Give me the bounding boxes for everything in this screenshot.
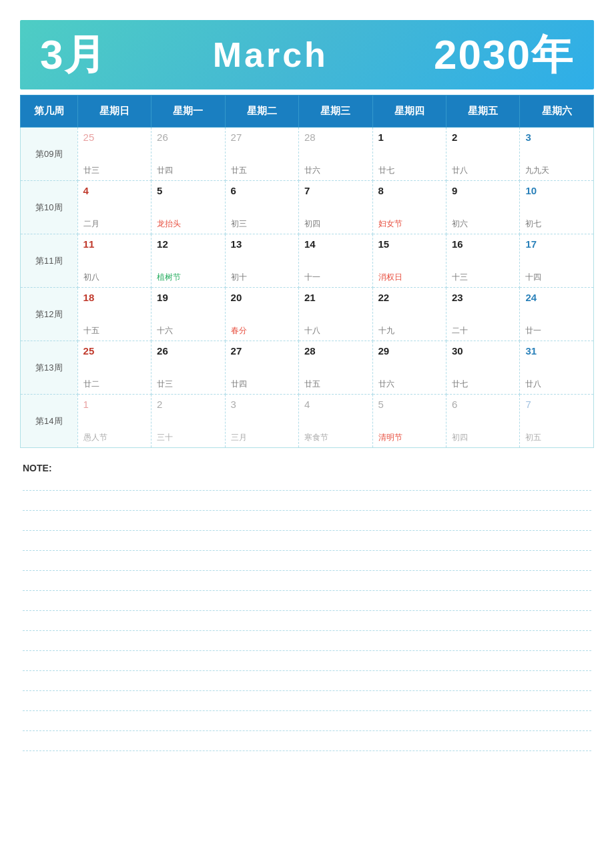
day-number: 26 bbox=[157, 132, 219, 143]
note-label: NOTE: bbox=[23, 463, 591, 473]
col-thu: 星期四 bbox=[372, 95, 446, 128]
day-number: 4 bbox=[83, 185, 145, 196]
day-number: 26 bbox=[157, 345, 219, 357]
col-week: 第几周 bbox=[21, 95, 78, 128]
day-lunar: 十四 bbox=[525, 272, 541, 283]
day-number: 27 bbox=[231, 345, 293, 357]
day-cell: 3九九天 bbox=[520, 128, 594, 181]
note-line bbox=[23, 599, 591, 611]
day-cell: 13初十 bbox=[225, 234, 298, 288]
week-num-cell: 第10周 bbox=[21, 181, 78, 234]
note-line bbox=[23, 639, 591, 651]
day-number: 25 bbox=[83, 345, 145, 357]
day-number: 23 bbox=[452, 292, 514, 303]
week-row: 第11周11初八12植树节13初十14十一15消权日16十三17十四 bbox=[21, 234, 594, 288]
day-cell: 10初七 bbox=[520, 181, 594, 234]
day-lunar: 愚人节 bbox=[83, 432, 107, 443]
calendar-header: 3月 March 2030年 bbox=[20, 20, 594, 89]
column-headers: 第几周 星期日 星期一 星期二 星期三 星期四 星期五 星期六 bbox=[21, 95, 594, 128]
day-number: 1 bbox=[83, 399, 145, 410]
day-number: 14 bbox=[304, 238, 366, 250]
day-cell: 26廿四 bbox=[151, 128, 225, 181]
day-cell: 19十六 bbox=[151, 288, 225, 341]
day-lunar: 十三 bbox=[452, 272, 468, 283]
note-line bbox=[23, 679, 591, 691]
day-cell: 7初四 bbox=[299, 181, 372, 234]
day-number: 18 bbox=[83, 292, 145, 303]
col-tue: 星期二 bbox=[225, 95, 298, 128]
day-cell: 17十四 bbox=[520, 234, 594, 288]
day-cell: 3三月 bbox=[225, 395, 298, 448]
day-cell: 29廿六 bbox=[372, 341, 446, 395]
day-number: 5 bbox=[378, 399, 440, 410]
note-line bbox=[23, 659, 591, 671]
day-cell: 12植树节 bbox=[151, 234, 225, 288]
day-lunar: 廿二 bbox=[83, 379, 99, 390]
day-cell: 26廿三 bbox=[151, 341, 225, 395]
day-cell: 25廿三 bbox=[77, 128, 151, 181]
day-lunar: 初三 bbox=[231, 218, 247, 230]
day-lunar: 二月 bbox=[83, 218, 99, 230]
note-line bbox=[23, 739, 591, 751]
col-sat: 星期六 bbox=[520, 95, 594, 128]
day-number: 17 bbox=[525, 238, 588, 250]
day-number: 10 bbox=[525, 185, 588, 196]
day-lunar: 初五 bbox=[525, 432, 541, 443]
month-cn: 3月 bbox=[40, 27, 107, 83]
day-cell: 5清明节 bbox=[372, 395, 446, 448]
week-num-cell: 第09周 bbox=[21, 128, 78, 181]
day-number: 16 bbox=[452, 238, 514, 250]
day-lunar: 三月 bbox=[231, 432, 247, 443]
day-cell: 2廿八 bbox=[446, 128, 520, 181]
day-cell: 18十五 bbox=[77, 288, 151, 341]
day-lunar: 廿五 bbox=[231, 165, 247, 176]
week-num-cell: 第14周 bbox=[21, 395, 78, 448]
day-number: 27 bbox=[231, 132, 293, 143]
day-lunar: 初七 bbox=[525, 218, 541, 230]
day-number: 2 bbox=[452, 132, 514, 143]
col-fri: 星期五 bbox=[446, 95, 520, 128]
day-lunar: 春分 bbox=[231, 325, 247, 337]
day-number: 25 bbox=[83, 132, 145, 143]
day-cell: 11初八 bbox=[77, 234, 151, 288]
day-lunar: 廿五 bbox=[304, 379, 320, 390]
day-number: 3 bbox=[231, 399, 293, 410]
day-number: 28 bbox=[304, 132, 366, 143]
day-lunar: 初六 bbox=[452, 218, 468, 230]
month-en: March bbox=[213, 35, 328, 75]
day-number: 5 bbox=[157, 185, 219, 196]
day-number: 3 bbox=[525, 132, 588, 143]
day-cell: 24廿一 bbox=[520, 288, 594, 341]
day-lunar: 廿三 bbox=[157, 379, 173, 390]
day-cell: 15消权日 bbox=[372, 234, 446, 288]
day-lunar: 十八 bbox=[304, 325, 320, 337]
day-lunar: 妇女节 bbox=[378, 218, 402, 230]
week-num-cell: 第11周 bbox=[21, 234, 78, 288]
day-cell: 9初六 bbox=[446, 181, 520, 234]
day-cell: 4寒食节 bbox=[299, 395, 372, 448]
day-cell: 6初三 bbox=[225, 181, 298, 234]
day-lunar: 廿四 bbox=[157, 165, 173, 176]
day-number: 13 bbox=[231, 238, 293, 250]
day-cell: 6初四 bbox=[446, 395, 520, 448]
note-line bbox=[23, 519, 591, 531]
note-line bbox=[23, 719, 591, 731]
day-lunar: 植树节 bbox=[157, 272, 181, 283]
day-number: 29 bbox=[378, 345, 440, 357]
day-number: 6 bbox=[452, 399, 514, 410]
day-lunar: 十九 bbox=[378, 325, 394, 337]
calendar-body: 第09周25廿三26廿四27廿五28廿六1廿七2廿八3九九天第10周4二月5龙抬… bbox=[21, 128, 594, 448]
day-cell: 28廿五 bbox=[299, 341, 372, 395]
day-lunar: 二十 bbox=[452, 325, 468, 337]
day-lunar: 十六 bbox=[157, 325, 173, 337]
week-row: 第10周4二月5龙抬头6初三7初四8妇女节9初六10初七 bbox=[21, 181, 594, 234]
day-lunar: 初四 bbox=[304, 218, 320, 230]
note-line bbox=[23, 499, 591, 511]
day-number: 20 bbox=[231, 292, 293, 303]
day-lunar: 清明节 bbox=[378, 432, 402, 443]
day-cell: 30廿七 bbox=[446, 341, 520, 395]
day-cell: 31廿八 bbox=[520, 341, 594, 395]
day-lunar: 龙抬头 bbox=[157, 218, 181, 230]
day-cell: 14十一 bbox=[299, 234, 372, 288]
day-number: 8 bbox=[378, 185, 440, 196]
